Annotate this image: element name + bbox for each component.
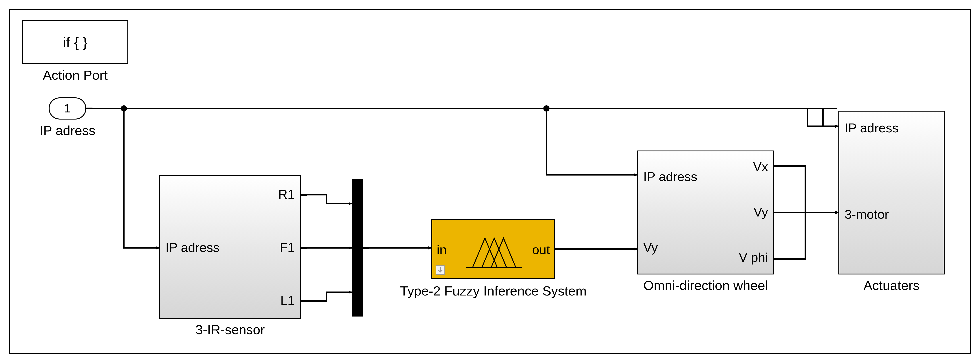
diagram-canvas: if { } Action Port 1 IP adress IP adress…	[0, 0, 980, 363]
wires-layer-2	[0, 0, 980, 363]
